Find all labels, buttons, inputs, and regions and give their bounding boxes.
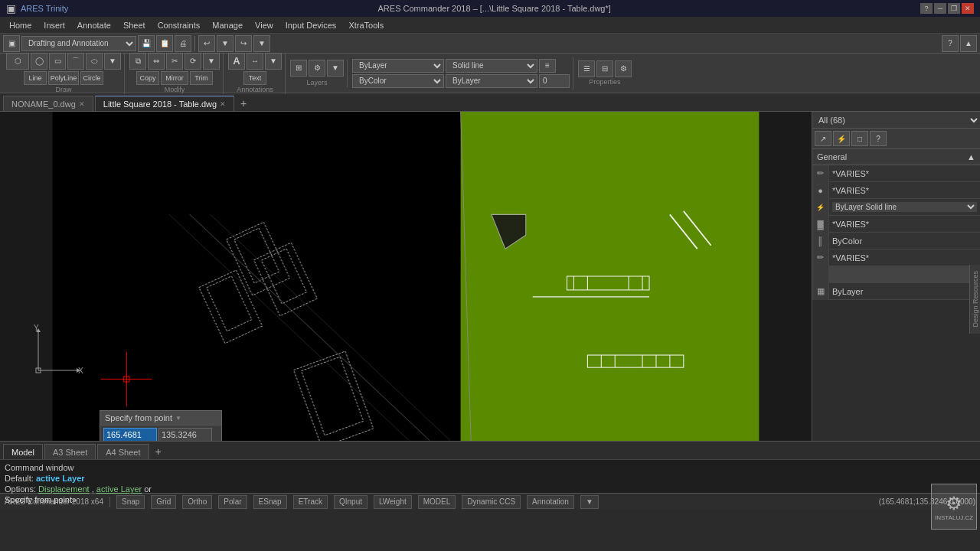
panel-select-btn[interactable]: ↗ [815,131,831,146]
tab-little-square-close[interactable]: ✕ [220,100,226,108]
draw-rect-btn[interactable]: ▭ [49,53,66,70]
prop-more-btn[interactable]: ⚙ [615,60,632,77]
app-icon-btn[interactable]: ▣ [3,35,20,52]
grid-btn[interactable]: Grid [151,495,176,509]
text-btn[interactable]: A [228,53,245,70]
print-icon[interactable]: 🖨 [175,35,191,52]
canvas-area[interactable]: X Y Specify from point ▼ Displacement ac… [0,112,812,441]
mirror-label-btn[interactable]: Mirror [161,71,188,85]
restore-button[interactable]: ❐ [948,3,960,14]
lineweight-input[interactable] [539,74,570,88]
properties-filter-dropdown[interactable]: All (68) [812,112,980,129]
context-menu: Specify from point ▼ Displacement active… [100,410,222,441]
linetype-icon[interactable]: ≡ [539,59,556,73]
y-coord-input[interactable] [158,428,212,441]
sheet-add-button[interactable]: + [151,444,166,459]
help-icon-btn[interactable]: ? [942,35,959,52]
panel-group-btn[interactable]: □ [851,131,868,146]
redo-button[interactable]: ↪ [235,35,252,52]
prop-empty-row [812,266,980,283]
lineweight-select[interactable]: ByLayer [446,74,537,88]
tab-little-square[interactable]: Little Square 2018 - Table.dwg ✕ [95,96,234,111]
layer-dropdown-btn[interactable]: ▼ [327,60,344,77]
dropdown-arrow-icon[interactable]: ▼ [175,415,181,422]
trim-label-btn[interactable]: Trim [190,71,213,85]
menu-sheet[interactable]: Sheet [117,19,152,31]
prop-empty-input[interactable] [829,266,980,282]
circle-btn[interactable]: Circle [80,71,103,85]
help-button[interactable]: ? [920,3,933,14]
copy-label-btn[interactable]: Copy [136,71,159,85]
tab-noname-close[interactable]: ✕ [79,100,85,108]
linetype-select-prop[interactable]: ByLayer Solid line [832,202,977,212]
linetype-select[interactable]: Solid line [446,59,537,73]
sheet-a4-tab[interactable]: A4 Sheet [97,444,149,459]
close-button[interactable]: ✕ [962,3,974,14]
modify-more-btn[interactable]: ⟳ [185,53,201,70]
scale-icon: ▓ [812,216,829,233]
esnap-btn[interactable]: ESnap [253,495,287,509]
layer-select[interactable]: ByLayer [352,59,444,73]
undo-dropdown[interactable]: ▼ [217,35,234,52]
command-window: Command window Default: active Layer Opt… [0,459,980,493]
draw-circle-btn[interactable]: ◯ [31,53,47,70]
minimize-button[interactable]: ─ [934,3,946,14]
collapse-properties-icon[interactable]: ▲ [967,152,975,161]
prop-match-btn[interactable]: ☰ [578,60,595,77]
polyline-btn[interactable]: PolyLine [48,71,79,85]
menu-view[interactable]: View [249,19,279,31]
watermark-icon: ⚙ [946,493,962,514]
prop-panel-btn[interactable]: ⊟ [596,60,613,77]
ortho-btn[interactable]: Ortho [182,495,212,509]
menu-home[interactable]: Home [3,19,38,31]
snap-btn[interactable]: Snap [116,495,145,509]
sheet-model-tab[interactable]: Model [3,444,43,459]
x-coord-input[interactable] [103,428,157,441]
ann-dropdown[interactable]: ▼ [265,53,282,70]
draw-arc-btn[interactable]: ⌒ [67,53,84,70]
annotation-btn[interactable]: Annotation [527,495,574,509]
draw-dropdown[interactable]: ▼ [104,53,121,70]
text-label-btn[interactable]: Text [243,71,266,85]
annotation-dropdown-btn[interactable]: ▼ [580,495,599,509]
save2-icon[interactable]: 📋 [156,35,173,52]
dim-btn[interactable]: ↔ [247,53,263,70]
mirror-btn[interactable]: ⇔ [148,53,165,70]
color-select[interactable]: ByColor [352,74,444,88]
design-resources-tab[interactable]: Design Resources [969,265,980,334]
profile-dropdown[interactable]: Drafting and Annotation [21,36,136,51]
tab-noname[interactable]: NONAME_0.dwg ✕ [3,96,93,111]
collapse-btn[interactable]: ▲ [960,35,977,52]
menu-annotate[interactable]: Annotate [71,19,117,31]
qinput-btn[interactable]: QInput [334,495,368,509]
lweight-btn[interactable]: LWeight [374,495,412,509]
line-btn[interactable]: Line [24,71,47,85]
model-btn[interactable]: MODEL [418,495,456,509]
annotations-label: Annotations [234,85,276,94]
draw-group-btn[interactable]: ⬡ [6,53,29,70]
layers-icon-btn[interactable]: ⊞ [290,60,307,77]
menu-manage[interactable]: Manage [206,19,249,31]
sheet-a3-tab[interactable]: A3 Sheet [44,444,96,459]
cmd-active-layer-link[interactable]: active Layer [96,484,142,494]
save-icon[interactable]: 💾 [138,35,155,52]
panel-quick-btn[interactable]: ⚡ [833,131,850,146]
cmd-displacement-link[interactable]: Displacement [38,484,90,494]
trim-btn[interactable]: ✂ [166,53,183,70]
undo-button[interactable]: ↩ [198,35,215,52]
menu-constraints[interactable]: Constraints [152,19,207,31]
copy-btn[interactable]: ⧉ [129,53,146,70]
panel-help-btn[interactable]: ? [870,131,887,146]
menu-insert[interactable]: Insert [38,19,71,31]
menu-bar: Home Insert Annotate Sheet Constraints M… [0,17,980,34]
menu-xtratools[interactable]: XtraTools [342,19,390,31]
draw-ellipse-btn[interactable]: ⬭ [86,53,103,70]
redo-dropdown[interactable]: ▼ [253,35,270,52]
dynamic-ccs-btn[interactable]: Dynamic CCS [462,495,521,509]
polar-btn[interactable]: Polar [218,495,247,509]
modify-dropdown[interactable]: ▼ [203,53,220,70]
layer-prop-btn[interactable]: ⚙ [309,60,325,77]
etrack-btn[interactable]: ETrack [293,495,328,509]
tab-add-button[interactable]: + [236,96,251,111]
menu-input-devices[interactable]: Input Devices [279,19,343,31]
